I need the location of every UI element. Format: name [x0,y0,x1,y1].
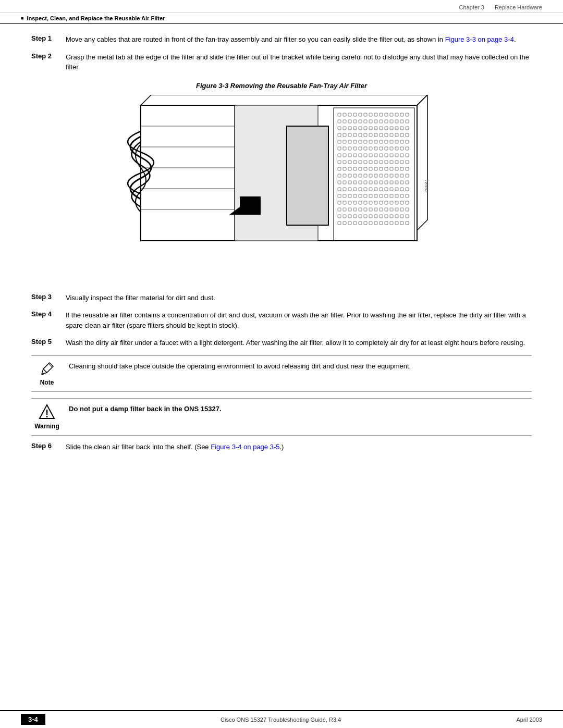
svg-rect-117 [369,161,372,164]
svg-rect-125 [338,167,341,170]
svg-rect-59 [359,133,362,137]
svg-rect-210 [343,208,346,211]
svg-rect-58 [353,133,357,137]
step-2-label: Step 2 [31,52,57,72]
svg-rect-171 [359,188,362,191]
svg-rect-86 [353,147,357,150]
svg-rect-103 [369,154,372,157]
svg-rect-191 [390,194,393,198]
note-box: Note Cleaning should take place outside … [31,355,532,392]
svg-rect-230 [374,215,377,218]
svg-rect-174 [374,188,377,191]
svg-rect-225 [348,215,351,218]
step-1-text: Move any cables that are routed in front… [66,34,532,45]
svg-rect-124 [406,161,409,164]
svg-rect-89 [369,147,372,150]
section-label: Replace Hardware [495,4,542,10]
svg-rect-219 [390,208,393,211]
svg-rect-247 [390,221,393,225]
svg-rect-141 [348,174,351,177]
figure-3-4-link[interactable]: Figure 3-4 on page 3-5 [211,443,279,451]
svg-rect-156 [353,181,357,184]
svg-rect-51 [390,127,393,130]
svg-rect-112 [343,161,346,164]
chapter-label: Chapter 3 [459,4,484,10]
svg-rect-167 [338,188,341,191]
svg-rect-114 [353,161,357,164]
step-4-label: Step 4 [31,310,57,330]
svg-rect-47 [369,127,372,130]
svg-rect-244 [374,221,377,225]
svg-rect-22 [385,113,388,116]
svg-rect-165 [400,181,403,184]
svg-rect-243 [369,221,372,225]
page-number: 3-4 [21,714,45,725]
svg-rect-91 [380,147,383,150]
svg-rect-126 [343,167,346,170]
svg-rect-223 [338,215,341,218]
svg-rect-140 [343,174,346,177]
svg-rect-250 [406,221,409,225]
svg-rect-55 [338,133,341,137]
svg-rect-54 [406,127,409,130]
svg-rect-159 [369,181,372,184]
svg-rect-118 [374,161,377,164]
svg-rect-239 [348,221,351,225]
footer-center-text: Cisco ONS 15327 Troubleshooting Guide, R… [221,717,341,723]
svg-rect-196 [343,201,346,204]
svg-rect-40 [406,120,409,123]
figure-image: 78962 [125,95,438,282]
svg-rect-60 [364,133,367,137]
svg-rect-194 [406,194,409,198]
svg-rect-227 [359,215,362,218]
svg-rect-232 [385,215,388,218]
svg-rect-211 [348,208,351,211]
svg-rect-155 [348,181,351,184]
main-content: Step 1 Move any cables that are routed i… [0,24,563,501]
svg-rect-88 [364,147,367,150]
svg-rect-236 [406,215,409,218]
svg-rect-203 [380,201,383,204]
svg-rect-129 [359,167,362,170]
svg-rect-83 [338,147,341,150]
figure-3-3-link[interactable]: Figure 3-3 on page 3-4 [445,35,514,43]
svg-rect-246 [385,221,388,225]
step-6-text: Slide the clean air filter back into the… [66,442,532,452]
svg-rect-212 [353,208,357,211]
svg-rect-73 [359,140,362,143]
svg-rect-77 [380,140,383,143]
svg-rect-24 [395,113,398,116]
svg-rect-182 [343,194,346,198]
page-subheader: Inspect, Clean, and Replace the Reusable… [0,13,563,24]
svg-rect-37 [390,120,393,123]
svg-rect-179 [400,188,403,191]
svg-rect-143 [359,174,362,177]
svg-rect-38 [395,120,398,123]
svg-rect-222 [406,208,409,211]
svg-rect-46 [364,127,367,130]
step-2-row: Step 2 Grasp the metal tab at the edge o… [31,52,532,72]
svg-rect-122 [395,161,398,164]
svg-rect-32 [364,120,367,123]
svg-rect-181 [338,194,341,198]
svg-rect-209 [338,208,341,211]
svg-rect-120 [385,161,388,164]
svg-rect-21 [380,113,383,116]
svg-rect-41 [338,127,341,130]
svg-rect-113 [348,161,351,164]
svg-rect-78 [385,140,388,143]
svg-rect-197 [348,201,351,204]
svg-rect-67 [400,133,403,137]
svg-rect-31 [359,120,362,123]
svg-rect-133 [380,167,383,170]
svg-rect-234 [395,215,398,218]
svg-rect-15 [348,113,351,116]
svg-rect-200 [364,201,367,204]
svg-rect-61 [369,133,372,137]
svg-marker-11 [229,196,261,215]
svg-rect-192 [395,194,398,198]
svg-rect-148 [385,174,388,177]
svg-rect-45 [359,127,362,130]
svg-rect-168 [343,188,346,191]
svg-rect-166 [406,181,409,184]
